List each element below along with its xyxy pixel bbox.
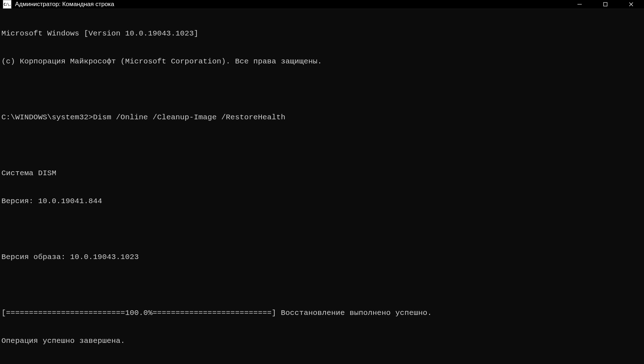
cmd-icon: C:\. [3, 0, 11, 9]
command-1: Dism /Online /Cleanup-Image /RestoreHeal… [93, 113, 286, 122]
close-icon [629, 2, 634, 7]
minimize-button[interactable] [567, 0, 592, 9]
prompt-1: C:\WINDOWS\system32> [1, 113, 93, 122]
progress-line: [==========================100.0%=======… [1, 308, 643, 318]
command-prompt-window: C:\. Администратор: Командная строка Mic… [0, 0, 644, 364]
close-button[interactable] [618, 0, 644, 9]
blank-line [1, 225, 643, 234]
header-line-1: Microsoft Windows [Version 10.0.19043.10… [1, 29, 643, 38]
maximize-icon [603, 2, 608, 7]
command-line-1: C:\WINDOWS\system32>Dism /Online /Cleanu… [1, 113, 643, 122]
blank-line [1, 281, 643, 290]
titlebar[interactable]: C:\. Администратор: Командная строка [0, 0, 644, 9]
minimize-icon [577, 2, 582, 7]
operation-complete: Операция успешно завершена. [1, 336, 643, 346]
header-line-2: (c) Корпорация Майкрософт (Microsoft Cor… [1, 57, 643, 66]
image-version: Версия образа: 10.0.19043.1023 [1, 253, 643, 262]
svg-rect-1 [604, 3, 607, 6]
window-title: Администратор: Командная строка [15, 1, 567, 8]
blank-line [1, 85, 643, 94]
dism-title: Cистема DISM [1, 169, 643, 178]
dism-version: Версия: 10.0.19041.844 [1, 197, 643, 206]
window-controls [567, 0, 644, 9]
maximize-button[interactable] [592, 0, 618, 9]
blank-line [1, 141, 643, 150]
terminal-output-area[interactable]: Microsoft Windows [Version 10.0.19043.10… [0, 9, 644, 364]
cmd-icon-glyph: C:\. [3, 0, 11, 8]
